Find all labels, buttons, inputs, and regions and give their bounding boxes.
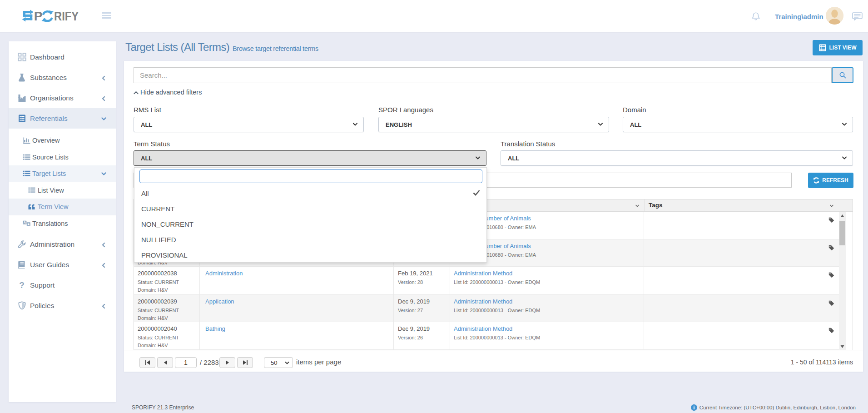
svg-text:RIFY: RIFY <box>54 9 79 24</box>
svg-text:★: ★ <box>27 222 30 226</box>
svg-text:P: P <box>34 9 43 23</box>
svg-text:A: A <box>24 221 26 225</box>
